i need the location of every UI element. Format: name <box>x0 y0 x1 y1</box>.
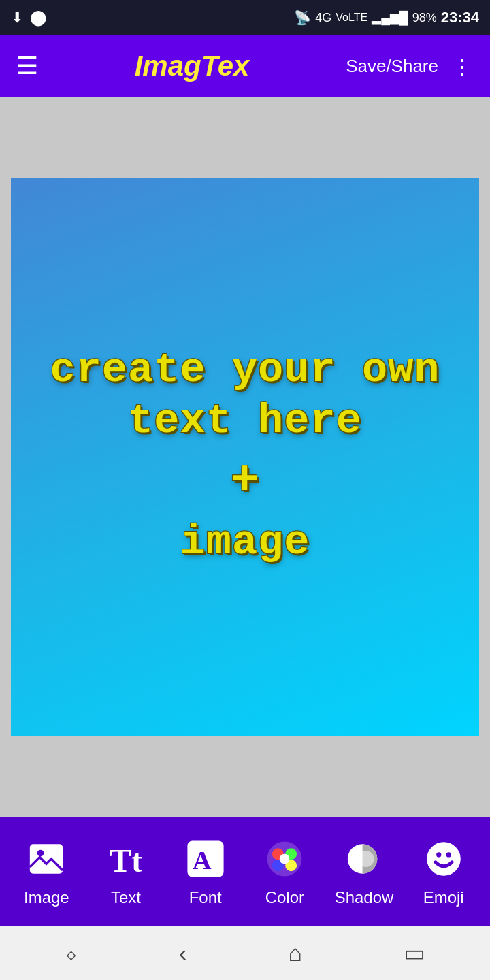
canvas-text[interactable]: create your own text here + image <box>50 345 440 568</box>
svg-point-1 <box>37 850 44 857</box>
nav-assistant-icon[interactable]: ⬦ <box>65 941 78 966</box>
canvas-line2: text here <box>128 397 362 445</box>
color-icon <box>261 835 308 883</box>
shadow-label: Shadow <box>335 888 394 907</box>
nav-recents-icon[interactable]: ▭ <box>404 939 425 966</box>
nav-actions: Save/Share ⋮ <box>346 54 474 78</box>
canvas-wrapper: create your own text here + image <box>0 97 490 817</box>
svg-text:Tt: Tt <box>110 843 142 879</box>
nav-bar: ☰ ImagTex Save/Share ⋮ <box>0 35 490 97</box>
circle-icon: ⬤ <box>30 9 47 27</box>
more-options-icon[interactable]: ⋮ <box>452 54 474 78</box>
svg-rect-0 <box>30 844 63 874</box>
network-volte: VoLTE <box>336 12 368 24</box>
podcast-icon: 📡 <box>294 10 311 26</box>
tool-image[interactable]: Image <box>7 835 86 907</box>
download-icon: ⬇ <box>11 9 23 27</box>
status-bar: ⬇ ⬤ 📡 4G VoLTE ▂▄▆█ 98% 23:34 <box>0 0 490 35</box>
canvas-plus: + <box>50 453 440 510</box>
svg-point-15 <box>446 852 451 857</box>
text-icon: Tt <box>102 835 150 883</box>
font-icon: A <box>182 835 229 883</box>
text-label: Text <box>111 888 141 907</box>
tool-color[interactable]: Color <box>245 835 325 907</box>
svg-point-10 <box>280 854 290 864</box>
network-4g: 4G <box>315 11 331 25</box>
svg-point-12 <box>357 851 374 867</box>
emoji-label: Emoji <box>423 888 464 907</box>
color-label: Color <box>265 888 304 907</box>
image-icon <box>22 835 70 883</box>
tool-font[interactable]: A Font <box>165 835 245 907</box>
menu-icon[interactable]: ☰ <box>16 52 38 80</box>
canvas-line1: create your own <box>50 346 440 394</box>
tool-text[interactable]: Tt Text <box>86 835 166 907</box>
canvas-area[interactable]: create your own text here + image <box>11 178 479 736</box>
signal-bars: ▂▄▆█ <box>372 10 408 25</box>
bottom-navigation: ⬦ ‹ ⌂ ▭ <box>0 926 490 980</box>
tool-shadow[interactable]: Shadow <box>325 835 404 907</box>
status-left: ⬇ ⬤ <box>11 9 47 27</box>
tool-emoji[interactable]: Emoji <box>404 835 483 907</box>
svg-text:A: A <box>192 846 211 875</box>
shadow-icon <box>340 835 388 883</box>
nav-home-icon[interactable]: ⌂ <box>289 940 303 966</box>
svg-point-13 <box>427 843 460 875</box>
svg-point-14 <box>436 852 441 857</box>
app-title: ImagTex <box>135 50 250 82</box>
status-right: 📡 4G VoLTE ▂▄▆█ 98% 23:34 <box>294 9 479 27</box>
font-label: Font <box>189 888 222 907</box>
battery-level: 98% <box>412 11 437 25</box>
time-display: 23:34 <box>441 9 479 27</box>
nav-back-icon[interactable]: ‹ <box>179 940 186 966</box>
canvas-line3: image <box>180 518 310 566</box>
bottom-toolbar: Image Tt Text A Font <box>0 817 490 926</box>
save-share-button[interactable]: Save/Share <box>346 56 438 77</box>
image-label: Image <box>24 888 69 907</box>
emoji-icon <box>420 835 468 883</box>
